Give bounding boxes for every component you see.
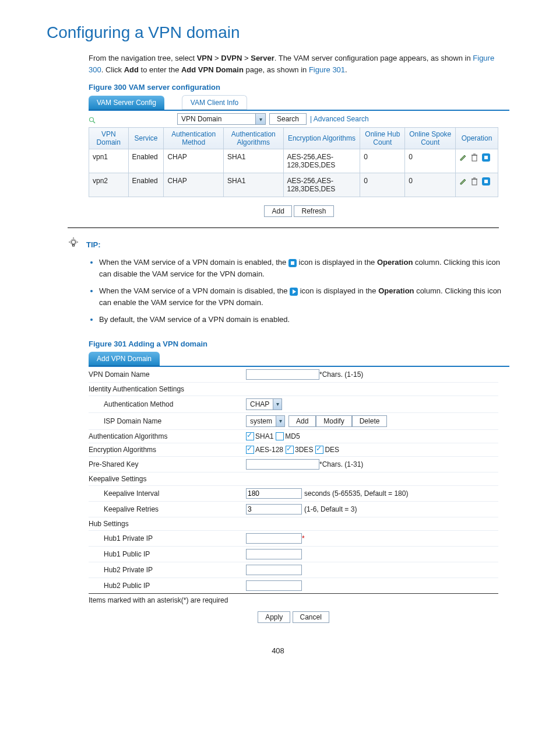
- svg-point-9: [72, 240, 76, 244]
- svg-rect-5: [472, 179, 477, 185]
- svg-line-1: [93, 121, 95, 123]
- 3des-checkbox[interactable]: [286, 446, 294, 454]
- search-icon: [89, 116, 96, 123]
- col-hub-count[interactable]: Online Hub Count: [360, 128, 405, 149]
- label-hub2-private: Hub2 Private IP: [89, 566, 246, 574]
- des-checkbox[interactable]: [315, 446, 323, 454]
- label-keepalive-interval: Keepalive Interval: [89, 489, 246, 498]
- cancel-button[interactable]: Cancel: [293, 611, 329, 623]
- isp-modify-button[interactable]: Modify: [316, 415, 351, 427]
- advanced-search-link[interactable]: | Advanced Search: [310, 115, 369, 123]
- tip-item: By default, the VAM service of a VPN dom…: [99, 314, 509, 326]
- chevron-down-icon: ▾: [273, 399, 281, 410]
- tab-add-vpn-domain[interactable]: Add VPN Domain: [89, 352, 160, 366]
- tip-item: When the VAM service of a VPN domain is …: [99, 257, 509, 279]
- isp-add-button[interactable]: Add: [288, 415, 316, 427]
- hint-vpn-domain-name: *Chars. (1-15): [319, 370, 363, 379]
- label-keepalive-retries: Keepalive Retries: [89, 505, 246, 513]
- figure-301-caption: Figure 301 Adding a VPN domain: [89, 340, 509, 348]
- page-number: 408: [47, 646, 509, 655]
- hint-keepalive-interval: seconds (5-65535, Default = 180): [304, 489, 408, 498]
- required-note: Items marked with an asterisk(*) are req…: [89, 596, 498, 604]
- svg-rect-2: [472, 155, 477, 161]
- vpn-domain-name-input[interactable]: [246, 369, 319, 380]
- add-vpn-domain-form: VPN Domain Name *Chars. (1-15) Identity …: [89, 367, 498, 623]
- label-vpn-domain-name: VPN Domain Name: [89, 370, 246, 379]
- col-enc-algos[interactable]: Encryption Algorithms: [283, 128, 360, 149]
- tab-vam-client-info[interactable]: VAM Client Info: [182, 95, 247, 110]
- search-field-select[interactable]: VPN Domain ▾: [177, 113, 266, 125]
- tip-label: TIP:: [86, 240, 101, 249]
- auth-method-select[interactable]: CHAP ▾: [246, 398, 282, 410]
- label-auth-method: Authentication Method: [89, 400, 246, 408]
- psk-input[interactable]: [246, 459, 319, 470]
- col-service[interactable]: Service: [128, 128, 164, 149]
- section-identity: Identity Authentication Settings: [89, 385, 246, 393]
- edit-icon[interactable]: [459, 177, 467, 186]
- label-isp-domain: ISP Domain Name: [89, 417, 246, 425]
- label-hub1-private: Hub1 Private IP: [89, 534, 246, 542]
- hint-keepalive-retries: (1-6, Default = 3): [304, 505, 357, 513]
- tip-item: When the VAM service of a VPN domain is …: [99, 285, 509, 308]
- vpn-domain-table: VPN Domain Service Authentication Method…: [89, 127, 498, 197]
- col-auth-method[interactable]: Authentication Method: [164, 128, 224, 149]
- table-row: vpn2 Enabled CHAP SHA1 AES-256,AES-128,3…: [89, 173, 498, 197]
- apply-button[interactable]: Apply: [258, 611, 290, 623]
- keepalive-retries-input[interactable]: [246, 504, 302, 514]
- delete-icon[interactable]: [471, 177, 478, 186]
- table-row: vpn1 Enabled CHAP SHA1 AES-256,AES-128,3…: [89, 149, 498, 173]
- add-button[interactable]: Add: [264, 205, 291, 217]
- md5-checkbox[interactable]: [276, 432, 284, 440]
- page-title: Configuring a VPN domain: [47, 23, 509, 42]
- chevron-down-icon: ▾: [255, 114, 265, 124]
- chevron-down-icon: ▾: [276, 416, 284, 426]
- tab-vam-server-config[interactable]: VAM Server Config: [89, 96, 164, 110]
- tip-bulb-icon: [66, 236, 80, 253]
- hint-psk: *Chars. (1-31): [319, 460, 363, 468]
- isp-delete-button[interactable]: Delete: [352, 415, 388, 427]
- figure-300-caption: Figure 300 VAM server configuration: [89, 83, 509, 92]
- label-hub2-public: Hub2 Public IP: [89, 582, 246, 590]
- label-enc-algos: Encryption Algorithms: [89, 446, 246, 454]
- intro-paragraph: From the navigation tree, select VPN > D…: [89, 52, 509, 75]
- section-hub: Hub Settings: [89, 520, 246, 528]
- delete-icon[interactable]: [471, 153, 478, 162]
- hub2-private-input[interactable]: [246, 565, 302, 575]
- link-figure-301[interactable]: Figure 301: [309, 65, 345, 74]
- col-auth-algos[interactable]: Authentication Algorithms: [223, 128, 283, 149]
- stop-icon[interactable]: [482, 177, 490, 186]
- hub2-public-input[interactable]: [246, 580, 302, 591]
- stop-icon: [288, 259, 297, 267]
- isp-domain-select[interactable]: system ▾: [246, 415, 285, 427]
- sha1-checkbox[interactable]: [246, 432, 254, 440]
- hub1-public-input[interactable]: [246, 549, 302, 559]
- label-psk: Pre-Shared Key: [89, 460, 246, 468]
- divider: [68, 228, 499, 228]
- stop-icon[interactable]: [482, 153, 490, 162]
- keepalive-interval-input[interactable]: [246, 488, 302, 499]
- label-hub1-public: Hub1 Public IP: [89, 550, 246, 558]
- aes128-checkbox[interactable]: [246, 446, 254, 454]
- svg-rect-10: [73, 244, 75, 246]
- label-auth-algos: Authentication Algorithms: [89, 432, 246, 440]
- col-spoke-count[interactable]: Online Spoke Count: [405, 128, 456, 149]
- svg-point-0: [90, 117, 94, 121]
- play-icon: [290, 288, 298, 296]
- edit-icon[interactable]: [459, 153, 467, 162]
- hub1-private-input[interactable]: [246, 533, 302, 544]
- col-vpn-domain[interactable]: VPN Domain: [89, 128, 129, 149]
- refresh-button[interactable]: Refresh: [294, 205, 333, 217]
- search-button[interactable]: Search: [269, 113, 307, 125]
- section-keepalive: Keepalive Settings: [89, 475, 246, 483]
- col-operation: Operation: [456, 128, 498, 149]
